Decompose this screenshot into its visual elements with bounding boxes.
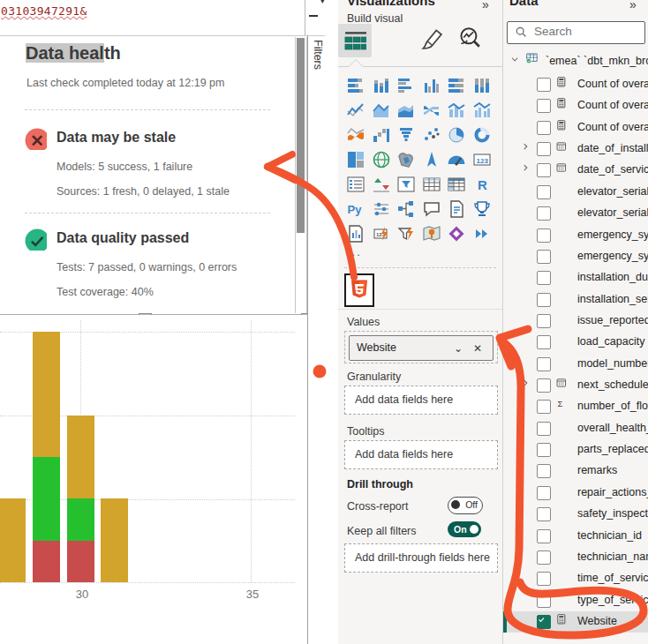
build-visual-icon[interactable] <box>343 30 366 55</box>
visual-stacked-bar-chart-icon[interactable] <box>346 76 367 97</box>
collapse-pane-icon[interactable]: » <box>629 0 637 11</box>
field-checkbox[interactable] <box>537 142 551 156</box>
minimize-icon[interactable] <box>309 15 318 17</box>
field-checkbox[interactable] <box>537 507 551 521</box>
field-row-emergency_syst[interactable]: emergency_syst... <box>503 225 648 246</box>
field-checkbox[interactable] <box>537 335 551 349</box>
visual-metrics-icon[interactable] <box>472 199 494 221</box>
field-checkbox[interactable] <box>537 378 551 393</box>
field-row-time_of_service[interactable]: time_of_service <box>503 568 648 589</box>
visual-power-apps-icon[interactable]: 123 <box>372 224 393 245</box>
visual-line-chart-icon[interactable] <box>346 101 367 122</box>
visual-clustered-column-chart-icon[interactable] <box>422 76 443 97</box>
cross-report-toggle[interactable]: Off <box>448 497 483 514</box>
visual-power-automate-flow-icon[interactable] <box>472 224 494 245</box>
bar-segment-gold[interactable] <box>33 332 60 457</box>
field-row-emergency_syst[interactable]: emergency_syst... <box>503 246 648 267</box>
field-pill[interactable]: Website ⌄ ✕ <box>349 335 494 361</box>
visual-matrix-icon[interactable] <box>447 175 468 196</box>
visual-100-stacked-column-chart-icon[interactable] <box>472 76 494 97</box>
field-checkbox[interactable] <box>537 464 551 478</box>
granularity-well[interactable]: Add data fields here <box>344 386 498 415</box>
visual-stacked-column-chart-icon[interactable] <box>372 76 393 97</box>
visual-filled-map-icon[interactable] <box>396 150 418 171</box>
bar-segment-green[interactable] <box>67 498 94 540</box>
html5-custom-visual[interactable] <box>344 273 374 307</box>
field-checkbox[interactable] <box>537 550 551 565</box>
visual-wave-chart-icon[interactable] <box>346 125 367 146</box>
visual-area-chart-icon[interactable] <box>372 101 393 122</box>
collapse-pane-icon[interactable]: » <box>482 0 489 11</box>
drill-through-well[interactable]: Add drill-through fields here <box>344 543 498 573</box>
field-row-type_of_service[interactable]: type_of_service <box>503 590 648 611</box>
url-text[interactable]: 03103947291& <box>1 4 87 18</box>
visual-gauge-icon[interactable] <box>447 150 468 171</box>
visual-q-and-a-icon[interactable] <box>422 199 443 221</box>
visual-acterys-visual-icon[interactable] <box>447 224 468 245</box>
field-checkbox[interactable] <box>537 314 551 328</box>
field-checkbox[interactable] <box>537 529 551 543</box>
bar-segment-gold[interactable] <box>101 498 128 582</box>
table-row[interactable]: `emea` `dbt_mkn_bron... <box>503 51 648 72</box>
visual-card-icon[interactable]: 123 <box>472 150 494 171</box>
field-checkbox[interactable] <box>537 293 551 307</box>
field-checkbox[interactable] <box>537 572 551 586</box>
bar-segment-gold[interactable] <box>0 498 26 582</box>
field-row-Countofoveral[interactable]: Count of overal... <box>503 95 648 116</box>
field-row-date_of_installa[interactable]: date_of_installa... <box>503 139 648 160</box>
field-row-Website[interactable]: Website <box>503 611 648 633</box>
visual-arcgis-map-icon[interactable] <box>422 224 443 245</box>
visual-smart-narrative-icon[interactable] <box>447 199 468 221</box>
more-visuals-button[interactable]: ... <box>347 245 362 258</box>
field-row-elevator_serial_[interactable]: elevator_serial_... <box>503 203 648 224</box>
field-checkbox[interactable] <box>537 357 551 371</box>
visual-100-stacked-bar-chart-icon[interactable] <box>447 76 468 97</box>
field-checkbox[interactable] <box>537 271 551 285</box>
chevron-down-icon[interactable] <box>510 55 524 71</box>
search-box[interactable] <box>507 21 645 44</box>
field-checkbox[interactable] <box>537 163 551 177</box>
visual-map-icon[interactable] <box>372 150 393 171</box>
field-checkbox[interactable] <box>537 206 551 221</box>
keep-all-filters-toggle[interactable]: On <box>448 521 481 537</box>
visual-pie-chart-icon[interactable] <box>447 125 468 146</box>
bar-segment-green[interactable] <box>33 457 60 541</box>
field-checkbox[interactable] <box>537 486 551 500</box>
visual-table-icon[interactable] <box>422 175 443 196</box>
field-checkbox[interactable] <box>537 78 551 92</box>
scrollbar-thumb[interactable] <box>297 38 305 233</box>
visual-line-and-stacked-column-chart-icon[interactable] <box>447 101 468 122</box>
field-row-load_capacity[interactable]: load_capacity <box>503 332 648 353</box>
chevron-down-icon[interactable]: ⌄ <box>454 342 463 355</box>
visual-multi-row-card-icon[interactable] <box>346 175 367 196</box>
field-checkbox[interactable] <box>537 443 551 457</box>
field-row-next_scheduled[interactable]: next_scheduled... <box>503 375 648 396</box>
bar-segment-red[interactable] <box>33 541 60 582</box>
visual-scatter-chart-icon[interactable] <box>422 125 443 146</box>
bar-segment-red[interactable] <box>67 541 94 582</box>
field-row-remarks[interactable]: remarks <box>503 461 648 482</box>
visual-python-visual-icon[interactable]: Py <box>346 199 367 221</box>
analytics-icon[interactable] <box>458 26 480 52</box>
field-checkbox[interactable] <box>537 228 551 243</box>
visual-paginated-report-icon[interactable] <box>346 224 367 245</box>
field-row-technician_name[interactable]: technician_name <box>503 547 648 568</box>
field-row-elevator_serial_[interactable]: elevator_serial_... <box>503 182 648 203</box>
visual-kpi-icon[interactable] <box>372 175 393 196</box>
remove-field-icon[interactable]: ✕ <box>473 342 482 355</box>
visual-treemap-icon[interactable] <box>346 150 367 171</box>
visual-slicer-icon[interactable] <box>396 175 418 196</box>
chevron-right-icon[interactable] <box>521 378 534 395</box>
visual-new-slicer-icon[interactable] <box>372 199 393 221</box>
field-checkbox[interactable] <box>537 422 551 436</box>
field-row-model_number[interactable]: model_number <box>503 354 648 375</box>
field-row-number_of_floo[interactable]: Σnumber_of_floo... <box>503 396 648 417</box>
field-row-installation_serv[interactable]: installation_serv... <box>503 289 648 311</box>
field-row-date_of_service[interactable]: date_of_service <box>503 160 648 181</box>
chevron-right-icon[interactable] <box>521 163 534 180</box>
visual-donut-chart-icon[interactable] <box>472 125 494 146</box>
field-row-overall_health_c[interactable]: overall_health_c... <box>503 418 648 439</box>
filters-pane-collapsed[interactable]: Filters <box>308 36 339 644</box>
field-row-technician_id[interactable]: technician_id <box>503 526 648 547</box>
field-row-parts_replaced[interactable]: parts_replaced <box>503 439 648 461</box>
